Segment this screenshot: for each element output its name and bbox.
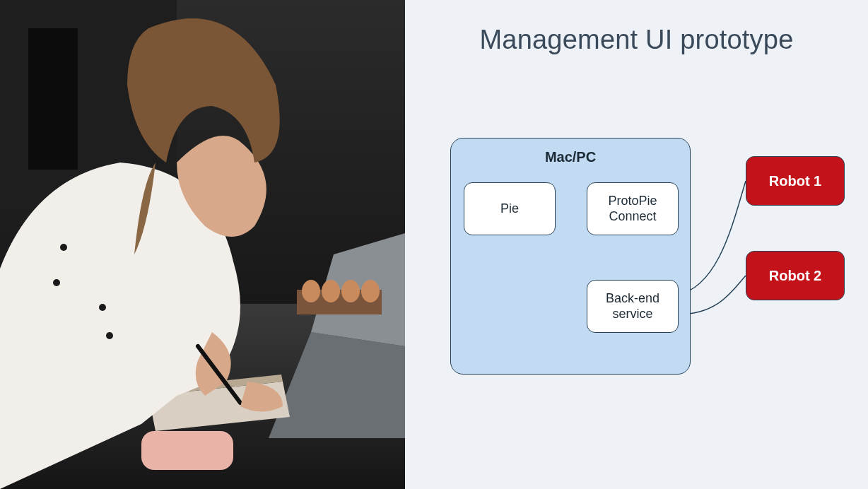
phone-icon [141, 431, 233, 470]
node-robot-1: Robot 1 [746, 156, 845, 206]
photo-panel [0, 0, 405, 489]
svg-point-14 [53, 279, 60, 286]
photo-illustration [0, 0, 405, 489]
svg-point-13 [60, 244, 67, 251]
node-robot-2: Robot 2 [746, 251, 845, 300]
page-title: Management UI prototype [405, 25, 868, 55]
node-protopie-connect: ProtoPie Connect [587, 182, 679, 235]
node-backend-service: Back-end service [587, 280, 679, 333]
svg-point-16 [106, 332, 113, 339]
svg-point-10 [322, 280, 340, 302]
node-pie: Pie [464, 182, 556, 235]
macpc-label: Mac/PC [451, 149, 690, 165]
macpc-container: Mac/PC Pie ProtoPie Connect Back-end ser… [450, 138, 691, 375]
svg-point-11 [341, 280, 360, 302]
svg-point-9 [302, 280, 320, 302]
svg-rect-2 [28, 28, 78, 170]
svg-point-15 [99, 304, 106, 311]
svg-point-12 [361, 280, 380, 302]
architecture-diagram: Mac/PC Pie ProtoPie Connect Back-end ser… [450, 138, 846, 378]
diagram-panel: Management UI prototype Mac/PC Pie Proto… [405, 0, 868, 489]
